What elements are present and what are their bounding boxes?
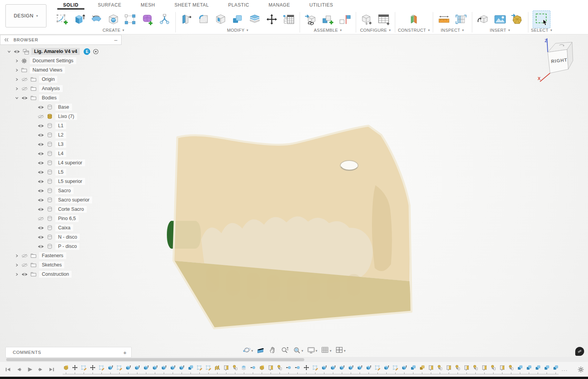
timeline-feature-extrude[interactable] xyxy=(170,365,176,374)
timeline-feature-extrude[interactable] xyxy=(178,365,185,374)
tree-item-label[interactable]: Pino 6,5 xyxy=(55,215,79,222)
play-button[interactable] xyxy=(26,366,34,373)
timeline-feature-extrude[interactable] xyxy=(348,365,354,374)
tree-item-label[interactable]: L4 xyxy=(55,150,66,157)
timeline-feature-copy[interactable] xyxy=(508,365,514,374)
timeline-feature-extrude[interactable] xyxy=(107,365,113,374)
eye-visible-icon[interactable] xyxy=(37,152,44,156)
timeline-feature-extrude[interactable] xyxy=(125,365,131,374)
extrude-button[interactable] xyxy=(71,11,87,28)
new-component-button[interactable] xyxy=(320,11,336,28)
caret-down-icon[interactable]: ▾ xyxy=(344,349,346,353)
display-settings-button[interactable]: ▾ xyxy=(305,346,319,356)
eye-hidden-icon[interactable] xyxy=(37,217,44,221)
insert-into-design-button[interactable] xyxy=(303,11,319,28)
timeline-feature-offset[interactable] xyxy=(294,365,300,374)
eye-visible-icon[interactable] xyxy=(37,198,44,202)
eye-hidden-icon[interactable] xyxy=(21,254,28,258)
timeline-feature-extrude[interactable] xyxy=(357,365,363,374)
timeline-feature-move[interactable] xyxy=(89,365,96,374)
viewport[interactable]: BROWSER – Lig. Amarelo V4 v4EDocument Se… xyxy=(0,34,588,357)
timeline-feature-panel[interactable] xyxy=(446,365,452,374)
tree-item-label[interactable]: L4 superior xyxy=(55,159,85,166)
select-tool-button[interactable] xyxy=(533,10,550,28)
go-to-end-button[interactable] xyxy=(47,366,56,373)
tree-item-label[interactable]: L2 xyxy=(55,131,66,138)
timeline-feature-copy[interactable] xyxy=(454,365,461,374)
fit-button[interactable]: ▾ xyxy=(291,346,305,356)
generative-branch-button[interactable] xyxy=(156,11,173,28)
zoom-button[interactable] xyxy=(279,346,290,356)
tree-item-label[interactable]: Sacro xyxy=(55,187,74,194)
caret-down-icon[interactable]: ▾ xyxy=(315,349,317,353)
insert-mesh-button[interactable] xyxy=(509,11,525,28)
expand-closed-icon[interactable] xyxy=(15,59,19,63)
modify-dropdown[interactable]: MODIFY▾ xyxy=(227,28,248,32)
split-body-button[interactable] xyxy=(247,11,263,28)
create-sketch-button[interactable] xyxy=(54,11,70,28)
tree-item-label[interactable]: Construction xyxy=(39,271,72,278)
timeline-feature-move[interactable] xyxy=(303,365,309,374)
change-parameters-button[interactable] xyxy=(281,11,297,28)
step-forward-button[interactable] xyxy=(36,366,45,373)
inspect-dropdown[interactable]: INSPECT▾ xyxy=(441,28,464,32)
tree-item-label[interactable]: Sketches xyxy=(39,261,64,268)
workspace-switcher-button[interactable]: DESIGN ▾ xyxy=(5,4,46,27)
timeline-feature-panel[interactable] xyxy=(428,365,434,374)
collapse-panel-icon[interactable] xyxy=(4,38,9,42)
canvas-image-button[interactable] xyxy=(492,11,508,28)
viewcube[interactable]: Z X RIGHT xyxy=(533,37,579,83)
eye-visible-icon[interactable] xyxy=(13,50,20,54)
eye-visible-icon[interactable] xyxy=(21,272,28,277)
edit-in-place-badge[interactable]: E xyxy=(84,48,90,55)
select-dropdown[interactable]: SELECT▾ xyxy=(531,28,552,32)
tab-utilities[interactable]: UTILITIES xyxy=(300,0,343,10)
tree-item-label[interactable]: L3 xyxy=(55,141,66,148)
tree-item-label[interactable]: L1 xyxy=(55,122,66,129)
timeline-feature-panel[interactable] xyxy=(481,365,487,374)
construct-dropdown[interactable]: CONSTRUCT▾ xyxy=(398,28,430,32)
tree-item-label[interactable]: L5 xyxy=(55,169,66,176)
timeline-feature-panel[interactable] xyxy=(463,365,470,374)
timeline-feature-panel[interactable] xyxy=(223,365,229,374)
eye-hidden-icon[interactable] xyxy=(21,87,28,91)
eye-hidden-icon[interactable] xyxy=(21,263,28,267)
tab-surface[interactable]: SURFACE xyxy=(88,0,131,10)
timeline-feature-sketch[interactable] xyxy=(98,365,105,374)
look-at-button[interactable] xyxy=(255,346,266,356)
timeline-feature-split[interactable] xyxy=(241,365,247,374)
tree-item-label[interactable]: Lixo (7) xyxy=(55,113,77,120)
timeline-feature-extrude[interactable] xyxy=(339,365,345,374)
fillet-button[interactable] xyxy=(195,11,212,28)
timeline-feature-panel[interactable] xyxy=(267,365,274,374)
expand-closed-icon[interactable] xyxy=(15,87,19,90)
tab-mesh[interactable]: MESH xyxy=(131,0,165,10)
timeline-feature-sketch[interactable] xyxy=(81,365,87,374)
timeline-feature-sketch[interactable] xyxy=(312,365,318,374)
eye-visible-icon[interactable] xyxy=(37,207,44,212)
tab-solid[interactable]: SOLID xyxy=(53,0,88,10)
timeline-feature-copy[interactable] xyxy=(276,365,283,374)
timeline-settings-button[interactable] xyxy=(578,366,584,373)
tree-item-label[interactable]: Base xyxy=(55,104,72,111)
timeline-feature-combine[interactable] xyxy=(187,365,194,374)
eye-visible-icon[interactable] xyxy=(21,96,28,100)
revolve-button[interactable] xyxy=(88,11,105,28)
caret-down-icon[interactable]: ▾ xyxy=(251,349,253,353)
timeline-feature-panel[interactable] xyxy=(499,365,505,374)
timeline-feature-offset[interactable] xyxy=(250,365,256,374)
tree-item-label[interactable]: Caixa xyxy=(55,224,73,231)
expand-open-icon[interactable] xyxy=(7,50,11,53)
notification-corner-icon[interactable] xyxy=(575,347,584,356)
combine-button[interactable] xyxy=(230,11,246,28)
eye-visible-icon[interactable] xyxy=(37,235,44,239)
caret-down-icon[interactable]: ▾ xyxy=(330,349,332,353)
eye-visible-icon[interactable] xyxy=(37,189,44,193)
timeline-feature-extrude[interactable] xyxy=(365,365,372,374)
minimize-panel-icon[interactable]: – xyxy=(114,37,117,43)
eye-visible-icon[interactable] xyxy=(37,142,44,147)
timeline-feature-extrude[interactable] xyxy=(152,365,158,374)
tree-item-label[interactable]: Document Settings xyxy=(30,57,76,64)
tree-item-label[interactable]: Bodies xyxy=(39,94,59,101)
timeline-feature-extrude[interactable] xyxy=(134,365,140,374)
